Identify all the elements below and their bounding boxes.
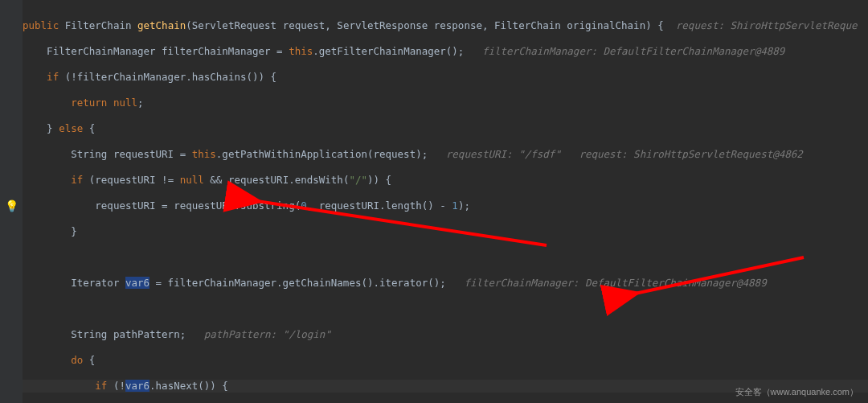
watermark-label: 安全客（www.anquanke.com） [735, 385, 858, 398]
code-line: Iterator var6 = filterChainManager.getCh… [23, 277, 868, 290]
code-line: requestURI = requestURI.substring(0, req… [23, 199, 868, 212]
code-line: public FilterChain getChain(ServletReque… [23, 19, 868, 32]
code-line [23, 302, 868, 315]
code-line: String requestURI = this.getPathWithinAp… [23, 148, 868, 161]
code-line: if (requestURI != null && requestURI.end… [23, 174, 868, 187]
code-line: String pathPattern; pathPattern: "/login… [23, 328, 868, 341]
code-area[interactable]: public FilterChain getChain(ServletReque… [23, 6, 868, 403]
code-line: if (!filterChainManager.hasChains()) { [23, 71, 868, 84]
code-line: FilterChainManager filterChainManager = … [23, 45, 868, 58]
code-line: } else { [23, 122, 868, 135]
code-line [23, 251, 868, 264]
code-line: return null; [23, 97, 868, 109]
code-editor[interactable]: public FilterChain getChain(ServletReque… [0, 0, 868, 403]
code-line: do { [23, 354, 868, 367]
code-line: } [23, 225, 868, 238]
